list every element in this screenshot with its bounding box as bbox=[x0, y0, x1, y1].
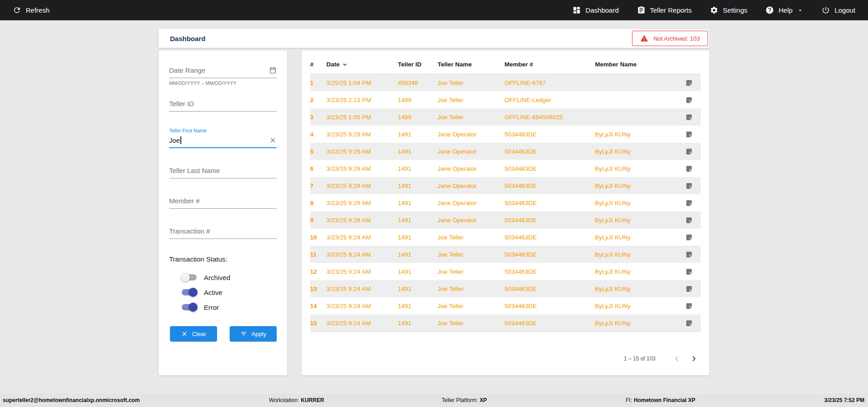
filter-panel: Date Range MM/DD/YYYY – MM/DD/YYYY Telle… bbox=[159, 51, 287, 375]
teller-last-name-input[interactable]: Teller Last Name bbox=[169, 164, 277, 178]
nav-label: Settings bbox=[723, 6, 747, 14]
top-navigation-bar: Refresh Dashboard Teller Reports Setting… bbox=[0, 0, 868, 20]
date-range-input[interactable]: Date Range bbox=[169, 64, 277, 78]
row-member-name: ByLyJI KUNy bbox=[595, 200, 678, 206]
nav-dashboard[interactable]: Dashboard bbox=[572, 6, 618, 14]
table-row[interactable]: 13 3/23/25 9:24 AM 1491 Joe Teller 50344… bbox=[310, 280, 701, 297]
clear-button[interactable]: Clear bbox=[170, 326, 217, 342]
nav-settings[interactable]: Settings bbox=[710, 6, 747, 14]
table-row[interactable]: 12 3/23/25 9:24 AM 1491 Joe Teller 50344… bbox=[310, 263, 701, 280]
note-icon[interactable] bbox=[678, 251, 700, 258]
table-row[interactable]: 1 3/25/25 1:04 PM 456346 Joe Teller OFFL… bbox=[310, 74, 701, 91]
row-teller-id: 1491 bbox=[398, 182, 438, 189]
text-cursor bbox=[180, 136, 181, 144]
col-teller-name: Teller Name bbox=[438, 61, 505, 68]
row-teller-name: Joe Teller bbox=[438, 80, 505, 86]
table-row[interactable]: 5 3/23/25 9:29 AM 1491 Jane Operator 503… bbox=[310, 143, 701, 160]
row-number: 1 bbox=[310, 80, 326, 86]
row-date: 3/23/25 2:13 PM bbox=[326, 97, 398, 103]
active-switch[interactable] bbox=[181, 288, 198, 297]
toggle-archived[interactable]: Archived bbox=[181, 273, 277, 282]
teller-last-name-placeholder: Teller Last Name bbox=[169, 167, 220, 174]
member-number-input[interactable]: Member # bbox=[169, 195, 277, 209]
table-row[interactable]: 8 3/23/25 9:29 AM 1491 Jane Operator 503… bbox=[310, 194, 701, 211]
col-date[interactable]: Date bbox=[326, 61, 398, 68]
row-member-number: 5034463DE bbox=[505, 182, 595, 189]
table-row[interactable]: 4 3/23/25 9:29 AM 1491 Jane Operator 503… bbox=[310, 126, 701, 143]
row-teller-id: 1491 bbox=[398, 268, 438, 275]
note-icon[interactable] bbox=[678, 131, 700, 138]
row-date: 3/23/25 9:24 AM bbox=[326, 303, 398, 309]
error-switch[interactable] bbox=[181, 303, 198, 312]
row-member-name: ByLyJI KUNy bbox=[595, 148, 678, 155]
table-row[interactable]: 11 3/23/25 9:24 AM 1491 Joe Teller 50344… bbox=[310, 246, 701, 263]
calendar-icon[interactable] bbox=[269, 66, 277, 74]
archived-switch[interactable] bbox=[181, 273, 198, 282]
nav-logout[interactable]: Logout bbox=[821, 6, 855, 14]
row-teller-id: 1491 bbox=[398, 285, 438, 292]
row-member-number: 5034463DE bbox=[505, 303, 595, 309]
table-row[interactable]: 15 3/23/25 9:24 AM 1491 Joe Teller 50344… bbox=[310, 314, 701, 332]
not-archived-badge[interactable]: Not Archived: 103 bbox=[632, 31, 708, 46]
note-icon[interactable] bbox=[678, 319, 700, 327]
row-date: 3/23/25 9:29 AM bbox=[326, 148, 398, 155]
nav-label: Dashboard bbox=[585, 6, 618, 14]
table-row[interactable]: 2 3/23/25 2:13 PM 1489 Joe Teller OFFLIN… bbox=[310, 91, 701, 108]
nav-help[interactable]: Help bbox=[765, 6, 803, 14]
next-page-button[interactable] bbox=[689, 354, 699, 364]
teller-first-name-input[interactable]: Joe bbox=[169, 134, 277, 148]
row-date: 3/23/25 9:24 AM bbox=[326, 234, 398, 241]
row-teller-name: Jane Operator bbox=[438, 182, 505, 189]
previous-page-button[interactable] bbox=[672, 354, 682, 364]
table-row[interactable]: 10 3/23/25 9:24 AM 1491 Joe Teller 50344… bbox=[310, 229, 701, 246]
nav-teller-reports[interactable]: Teller Reports bbox=[637, 6, 692, 14]
note-icon[interactable] bbox=[678, 148, 700, 155]
note-icon[interactable] bbox=[678, 285, 700, 293]
note-icon[interactable] bbox=[678, 268, 700, 276]
row-number: 14 bbox=[310, 303, 326, 309]
row-teller-id: 1491 bbox=[398, 200, 438, 206]
row-teller-name: Joe Teller bbox=[438, 114, 505, 121]
toggle-label-archived: Archived bbox=[204, 274, 230, 281]
table-row[interactable]: 6 3/23/25 9:29 AM 1491 Jane Operator 503… bbox=[310, 160, 701, 177]
table-row[interactable]: 7 3/23/25 9:29 AM 1491 Jane Operator 503… bbox=[310, 177, 701, 194]
row-date: 3/25/25 1:04 PM bbox=[326, 80, 398, 86]
table-row[interactable]: 3 3/23/25 1:05 PM 1489 Joe Teller OFFLIN… bbox=[310, 108, 701, 126]
row-teller-id: 1491 bbox=[398, 251, 438, 258]
clear-field-icon[interactable] bbox=[269, 136, 277, 144]
note-icon[interactable] bbox=[678, 199, 700, 207]
row-number: 2 bbox=[310, 97, 326, 103]
row-teller-name: Jane Operator bbox=[438, 148, 505, 155]
sort-descending-icon[interactable] bbox=[341, 61, 349, 68]
note-icon[interactable] bbox=[678, 302, 700, 310]
warning-icon bbox=[640, 34, 648, 42]
note-icon[interactable] bbox=[678, 216, 700, 224]
row-member-name: ByLyJI KUNy bbox=[595, 217, 678, 224]
table-row[interactable]: 9 3/23/25 9:29 AM 1491 Jane Operator 503… bbox=[310, 211, 701, 229]
table-row[interactable]: 14 3/23/25 9:24 AM 1491 Joe Teller 50344… bbox=[310, 297, 701, 314]
apply-button[interactable]: Apply bbox=[230, 326, 277, 342]
row-date: 3/23/25 9:29 AM bbox=[326, 131, 398, 138]
row-member-number: 5034463DE bbox=[505, 165, 595, 172]
row-teller-id: 1489 bbox=[398, 114, 438, 121]
date-range-hint: MM/DD/YYYY – MM/DD/YYYY bbox=[169, 80, 277, 86]
row-date: 3/23/25 9:29 AM bbox=[326, 200, 398, 206]
row-member-number: 5034463DE bbox=[505, 131, 595, 138]
note-icon[interactable] bbox=[678, 182, 700, 190]
row-number: 3 bbox=[310, 114, 326, 121]
transaction-number-input[interactable]: Transaction # bbox=[169, 225, 277, 239]
toggle-active[interactable]: Active bbox=[181, 288, 277, 297]
toggle-error[interactable]: Error bbox=[181, 303, 277, 312]
note-icon[interactable] bbox=[678, 113, 700, 121]
note-icon[interactable] bbox=[678, 165, 700, 173]
note-icon[interactable] bbox=[678, 79, 700, 87]
note-icon[interactable] bbox=[678, 234, 700, 241]
row-teller-id: 1491 bbox=[398, 320, 438, 327]
row-date: 3/23/25 9:24 AM bbox=[326, 320, 398, 327]
apply-button-label: Apply bbox=[251, 331, 266, 337]
teller-id-input[interactable]: Teller ID bbox=[169, 98, 277, 112]
refresh-button[interactable]: Refresh bbox=[13, 6, 50, 14]
note-icon[interactable] bbox=[678, 96, 700, 104]
row-number: 11 bbox=[310, 251, 326, 258]
refresh-label: Refresh bbox=[26, 6, 50, 14]
